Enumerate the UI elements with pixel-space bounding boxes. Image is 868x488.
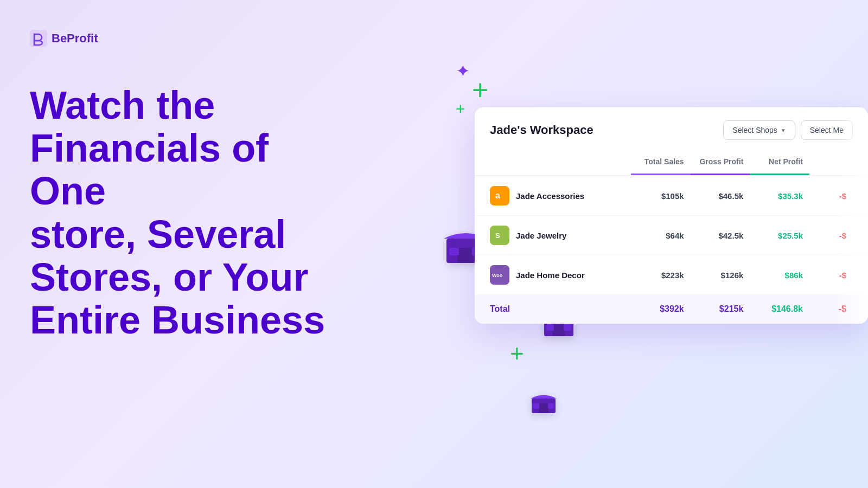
shopify-logo: S <box>490 226 509 245</box>
svg-rect-6 <box>552 324 565 336</box>
homedecor-net-profit: $86k <box>750 261 809 290</box>
jewelry-net-profit: $25.5k <box>750 221 809 250</box>
select-me-label: Select Me <box>810 126 844 134</box>
dashboard-header: Jade's Workspace Select Shops ▼ Select M… <box>475 107 868 151</box>
total-total-sales: $392k <box>631 294 691 324</box>
plus-decoration-large: + <box>472 76 488 104</box>
store-cell-accessories: a Jade Accessories <box>490 176 631 215</box>
woo-logo: Woo <box>490 265 509 285</box>
logo-text: BeProfit <box>52 31 98 46</box>
amazon-logo: a <box>490 186 509 206</box>
col-header-other <box>809 151 853 175</box>
svg-rect-2 <box>457 248 474 263</box>
plus-decoration-mid: + <box>510 342 524 365</box>
store-name-homedecor: Jade Home Decor <box>516 271 585 280</box>
total-other: -$ <box>809 294 853 324</box>
svg-text:a: a <box>495 191 500 200</box>
jewelry-total-sales: $64k <box>631 221 691 250</box>
plus-decoration-small: + <box>456 101 465 117</box>
chevron-down-icon: ▼ <box>781 127 786 133</box>
accessories-gross-profit: $46.5k <box>691 182 750 210</box>
total-net-profit: $146.8k <box>750 294 809 324</box>
col-header-total-sales: Total Sales <box>631 151 691 175</box>
store-cell-jewelry: S Jade Jewelry <box>490 216 631 255</box>
svg-rect-10 <box>539 403 548 413</box>
col-header-store <box>490 151 631 175</box>
svg-rect-7 <box>546 324 554 331</box>
accessories-other: -$ <box>809 182 853 210</box>
col-header-net-profit: Net Profit <box>750 151 809 175</box>
store-name-jewelry: Jade Jewelry <box>516 231 566 240</box>
store-icon-small <box>531 390 557 413</box>
store-name-accessories: Jade Accessories <box>516 191 584 201</box>
homedecor-other: -$ <box>809 261 853 290</box>
table-row: Woo Jade Home Decor $223k $126k $86k -$ <box>475 255 868 294</box>
svg-text:Woo: Woo <box>492 273 503 278</box>
logo: BeProfit <box>30 30 98 47</box>
select-shops-button[interactable]: Select Shops ▼ <box>723 120 795 140</box>
accessories-total-sales: $105k <box>631 182 691 210</box>
total-gross-profit: $215k <box>691 294 750 324</box>
select-me-button[interactable]: Select Me <box>801 120 853 140</box>
svg-rect-11 <box>533 403 539 409</box>
svg-rect-8 <box>564 324 571 331</box>
svg-text:S: S <box>495 232 500 240</box>
svg-rect-3 <box>449 248 459 255</box>
table-header: Total Sales Gross Profit Net Profit <box>475 151 868 176</box>
select-shops-label: Select Shops <box>732 126 777 134</box>
beprofit-logo-icon <box>30 30 47 47</box>
homedecor-total-sales: $223k <box>631 261 691 290</box>
svg-rect-12 <box>548 403 554 409</box>
header-controls: Select Shops ▼ Select Me <box>723 120 853 140</box>
total-label: Total <box>490 294 631 324</box>
jewelry-gross-profit: $42.5k <box>691 221 750 250</box>
hero-section: Watch the Financials of One store, Sever… <box>30 84 355 342</box>
total-row: Total $392k $215k $146.8k -$ <box>475 294 868 324</box>
financial-table: Total Sales Gross Profit Net Profit a Ja… <box>475 151 868 324</box>
star-decoration-large: ✦ <box>456 61 470 81</box>
accessories-net-profit: $35.3k <box>750 182 809 210</box>
workspace-title: Jade's Workspace <box>490 123 593 137</box>
table-row: S Jade Jewelry $64k $42.5k $25.5k -$ <box>475 216 868 255</box>
hero-heading: Watch the Financials of One store, Sever… <box>30 84 355 342</box>
store-cell-homedecor: Woo Jade Home Decor <box>490 255 631 294</box>
dashboard-card: Jade's Workspace Select Shops ▼ Select M… <box>475 107 868 324</box>
homedecor-gross-profit: $126k <box>691 261 750 290</box>
jewelry-other: -$ <box>809 221 853 250</box>
table-row: a Jade Accessories $105k $46.5k $35.3k -… <box>475 176 868 216</box>
col-header-gross-profit: Gross Profit <box>691 151 750 175</box>
table-body: a Jade Accessories $105k $46.5k $35.3k -… <box>475 176 868 294</box>
